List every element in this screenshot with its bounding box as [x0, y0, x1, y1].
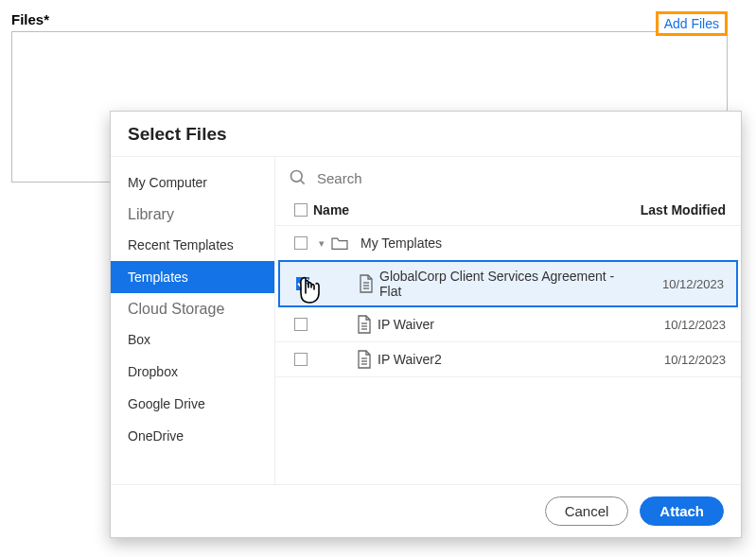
cancel-button[interactable]: Cancel — [545, 496, 629, 526]
sidebar-item-my-computer[interactable]: My Computer — [111, 166, 274, 199]
sidebar-item-templates[interactable]: Templates — [111, 261, 274, 293]
svg-point-0 — [291, 171, 303, 183]
sidebar-item-onedrive[interactable]: OneDrive — [111, 420, 274, 452]
file-row[interactable]: IP Waiver2 10/12/2023 — [275, 342, 741, 377]
sidebar-item-box[interactable]: Box — [111, 323, 274, 356]
sidebar-item-dropbox[interactable]: Dropbox — [111, 356, 274, 388]
document-icon — [351, 350, 378, 369]
select-all-checkbox[interactable] — [294, 203, 308, 217]
file-row[interactable]: GlobalCorp Client Services Agreement - F… — [278, 260, 738, 307]
sidebar-heading-library: Library — [111, 199, 274, 229]
sidebar-heading-cloud-storage: Cloud Storage — [111, 293, 274, 323]
attach-button[interactable]: Attach — [640, 496, 724, 526]
file-modified: 10/12/2023 — [622, 318, 726, 332]
folder-name: My Templates — [360, 235, 726, 251]
sidebar-item-google-drive[interactable]: Google Drive — [111, 388, 274, 420]
file-name: IP Waiver — [378, 317, 622, 332]
chevron-down-icon[interactable]: ▾ — [313, 237, 330, 250]
add-files-button[interactable]: Add Files — [656, 11, 728, 36]
file-row[interactable]: IP Waiver 10/12/2023 — [275, 307, 741, 342]
sidebar-item-recent-templates[interactable]: Recent Templates — [111, 229, 274, 261]
folder-icon — [330, 235, 360, 251]
files-field-label: Files* — [11, 11, 728, 27]
file-name: GlobalCorp Client Services Agreement - F… — [379, 269, 620, 299]
file-name: IP Waiver2 — [378, 352, 622, 367]
column-header-name[interactable]: Name — [313, 202, 622, 218]
modal-title: Select Files — [111, 112, 741, 156]
search-icon — [289, 168, 308, 187]
folder-checkbox[interactable] — [294, 236, 308, 250]
document-icon — [353, 274, 379, 293]
file-checkbox[interactable] — [294, 353, 308, 366]
select-files-modal: Select Files My Computer Library Recent … — [110, 111, 742, 538]
folder-row[interactable]: ▾ My Templates — [275, 226, 741, 261]
svg-line-1 — [301, 181, 305, 184]
file-checkbox[interactable] — [294, 318, 308, 331]
file-checkbox[interactable] — [296, 277, 309, 290]
source-sidebar: My Computer Library Recent Templates Tem… — [111, 157, 275, 484]
document-icon — [351, 315, 378, 334]
column-header-modified[interactable]: Last Modified — [622, 202, 726, 218]
file-modified: 10/12/2023 — [620, 277, 724, 291]
file-modified: 10/12/2023 — [622, 353, 726, 367]
search-input[interactable] — [317, 170, 726, 186]
